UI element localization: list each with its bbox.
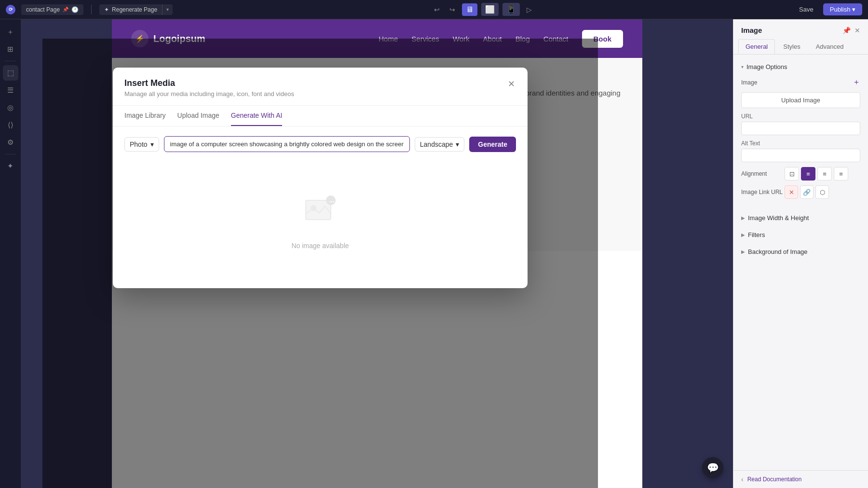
view-tablet-btn[interactable]: ⬜ [481,3,499,16]
sidebar-settings[interactable]: ⚙ [3,135,18,150]
chevron-right-icon-2: ▶ [741,232,745,237]
modal-header: Insert Media Manage all your media inclu… [113,68,528,106]
alignment-label-row: Alignment ⊡ ≡ ≡ ≡ [741,167,860,181]
image-options-content: Image ＋ Upload Image URL Alt Text Alignm… [741,73,860,208]
regen-icon: ✦ [104,6,109,13]
no-image-icon: ... [301,191,339,236]
alignment-label: Alignment [741,170,785,177]
align-right-btn[interactable]: ≡ [817,167,832,181]
regen-main[interactable]: ✦ Regenerate Page [99,4,163,15]
image-size-header[interactable]: ▶ Image Width & Height [741,211,860,224]
logo-icon: ⟳ [9,7,13,12]
alignment-group: ⊡ ≡ ≡ ≡ [785,167,848,181]
sidebar-interactions[interactable]: ⟨⟩ [3,117,18,133]
read-docs-link[interactable]: Read Documentation [747,476,802,483]
panel-tabs: General Styles Advanced [733,34,868,55]
canvas-area: ⚡ Logoipsum Home Services Work About Blo… [21,19,733,488]
sidebar-pages[interactable]: ☰ [3,83,18,98]
filters-section: ▶ Filters [741,228,860,241]
panel-collapse-icon[interactable]: ‹ [741,475,744,483]
undo-icon[interactable]: ↩ [431,5,443,14]
page-tab-label: contact Page [26,6,60,13]
modal-close-button[interactable]: ✕ [504,77,518,91]
image-options-section: ▾ Image Options Image ＋ Upload Image URL… [741,60,860,208]
panel-close-icon[interactable]: ✕ [854,27,860,34]
play-icon[interactable]: ▷ [524,5,535,14]
alt-text-row: Alt Text [741,140,860,162]
tab-image-library[interactable]: Image Library [124,106,166,126]
view-switcher: ↩ ↪ 🖥 ⬜ 📱 ▷ [431,3,535,16]
orientation-arrow: ▾ [456,140,459,148]
image-link-url-label: Image Link URL [741,189,785,195]
panel-tab-general[interactable]: General [738,39,775,54]
panel-tab-styles[interactable]: Styles [776,39,807,54]
redo-icon[interactable]: ↪ [447,5,458,14]
view-mobile-btn[interactable]: 📱 [502,3,520,16]
top-bar: ⟳ contact Page 📌 🕐 ✦ Regenerate Page ▾ ↩… [0,0,868,19]
image-row: Image ＋ [741,77,860,87]
panel-pin-icon[interactable]: 📌 [842,27,851,34]
regen-button[interactable]: ✦ Regenerate Page ▾ [99,4,173,15]
upload-image-button[interactable]: Upload Image [741,92,860,108]
modal-subtitle: Manage all your media including image, i… [124,90,516,98]
publish-button[interactable]: Publish ▾ [823,3,862,15]
type-select[interactable]: Photo ▾ [124,137,159,152]
modal-title: Insert Media [124,78,516,88]
panel-footer: ‹ Read Documentation [733,470,868,488]
sidebar-layout[interactable]: ⊞ [3,42,18,57]
sidebar-add[interactable]: ＋ [3,24,18,40]
url-row: URL [741,113,860,135]
tab-generate-ai[interactable]: Generate With AI [231,106,283,126]
chat-bubble[interactable]: 💬 [702,457,723,478]
chevron-down-icon: ▾ [741,64,744,70]
top-bar-right: Save Publish ▾ [793,3,862,15]
image-link-label-row: Image Link URL ✕ 🔗 ⬡ [741,185,860,199]
tab-upload-image[interactable]: Upload Image [177,106,219,126]
image-field-label: Image [741,79,785,86]
remove-link-btn[interactable]: ✕ [785,185,798,199]
filters-header[interactable]: ▶ Filters [741,228,860,241]
sidebar-sep-1 [5,61,16,61]
generate-button[interactable]: Generate [469,137,516,152]
image-plus-icon[interactable]: ＋ [853,77,860,87]
panel-footer-left: ‹ Read Documentation [741,475,801,483]
open-link-btn[interactable]: ⬡ [815,185,829,199]
image-size-label: Image Width & Height [748,214,809,222]
generate-controls: Photo ▾ Landscape ▾ Generate [124,136,516,152]
background-label: Background of Image [748,248,808,255]
pin-icon: 📌 [63,7,68,12]
regen-arrow[interactable]: ▾ [163,5,173,14]
background-section: ▶ Background of Image [741,245,860,258]
image-link-row: Image Link URL ✕ 🔗 ⬡ [741,185,860,199]
type-arrow: ▾ [150,140,154,148]
regen-label: Regenerate Page [112,6,157,13]
orientation-select[interactable]: Landscape ▾ [415,137,465,152]
prompt-input[interactable] [164,136,410,152]
align-justify-btn[interactable]: ≡ [834,167,848,181]
panel-tab-advanced[interactable]: Advanced [809,39,851,54]
sidebar-plugins[interactable]: ✦ [3,158,18,174]
chevron-right-icon: ▶ [741,215,745,221]
filters-label: Filters [748,231,765,238]
sidebar-components[interactable]: ⬚ [3,65,18,81]
history-icon: 🕐 [71,6,79,13]
modal-overlay: Insert Media Manage all your media inclu… [42,39,598,488]
align-left-btn[interactable]: ⊡ [785,167,799,181]
right-panel: Image 📌 ✕ General Styles Advanced ▾ Imag… [733,19,868,488]
view-desktop-btn[interactable]: 🖥 [462,3,477,16]
sidebar-media[interactable]: ◎ [3,100,18,115]
image-options-header[interactable]: ▾ Image Options [741,60,860,73]
alt-text-input[interactable] [741,149,860,162]
page-tab[interactable]: contact Page 📌 🕐 [21,4,83,15]
link-btn[interactable]: 🔗 [800,185,814,199]
panel-header-icons: 📌 ✕ [842,27,860,34]
app-logo: ⟳ [6,5,15,14]
no-image-area: ... No image available [124,162,516,279]
save-button[interactable]: Save [793,4,819,15]
background-header[interactable]: ▶ Background of Image [741,245,860,258]
panel-title: Image [741,26,762,34]
url-input[interactable] [741,122,860,135]
insert-media-modal: Insert Media Manage all your media inclu… [113,68,528,288]
align-center-btn[interactable]: ≡ [801,167,815,181]
chevron-right-icon-3: ▶ [741,249,745,254]
